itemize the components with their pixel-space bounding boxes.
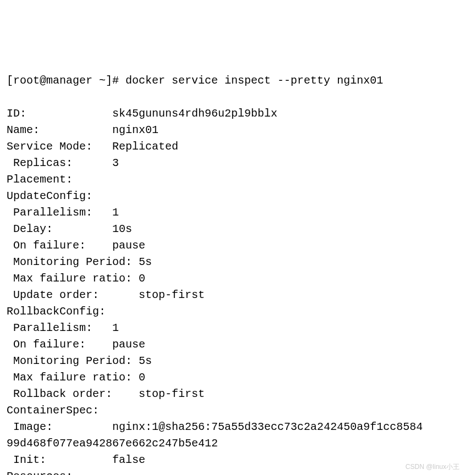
watermark-text: CSDN @linux小王 [406, 462, 459, 472]
update-delay-line: Delay: 10s [7, 223, 132, 235]
update-monitoring-line: Monitoring Period: 5s [7, 256, 152, 268]
placement-line: Placement: [7, 173, 73, 186]
prompt-line-1: [root@manager ~]# docker service inspect… [7, 74, 383, 87]
update-onfailure-line: On failure: pause [7, 239, 145, 252]
id-line: ID: sk45gununs4rdh96u2pl9bblx [7, 107, 277, 120]
name-line: Name: nginx01 [7, 124, 158, 136]
service-mode-line: Service Mode: Replicated [7, 140, 178, 153]
update-order-line: Update order: stop-first [7, 289, 205, 301]
update-parallelism-line: Parallelism: 1 [7, 206, 119, 219]
resources-line: Resources: [7, 470, 73, 475]
rollback-order-line: Rollback order: stop-first [7, 388, 205, 400]
rollback-monitoring-line: Monitoring Period: 5s [7, 355, 152, 367]
replicas-line: Replicas: 3 [7, 157, 119, 169]
rollback-parallelism-line: Parallelism: 1 [7, 322, 119, 334]
rollback-onfailure-line: On failure: pause [7, 338, 145, 351]
init-line: Init: false [7, 454, 145, 466]
terminal-output[interactable]: [root@manager ~]# docker service inspect… [7, 73, 469, 475]
image-line-2: 99d468f077ea942867e662c247b5e412 [7, 437, 218, 450]
update-maxfail-line: Max failure ratio: 0 [7, 272, 145, 285]
rollback-maxfail-line: Max failure ratio: 0 [7, 371, 145, 384]
containerspec-header: ContainerSpec: [7, 404, 99, 417]
rollback-config-header: RollbackConfig: [7, 305, 106, 318]
image-line-1: Image: nginx:1@sha256:75a55d33ecc73c2a24… [7, 421, 423, 433]
update-config-header: UpdateConfig: [7, 190, 92, 202]
